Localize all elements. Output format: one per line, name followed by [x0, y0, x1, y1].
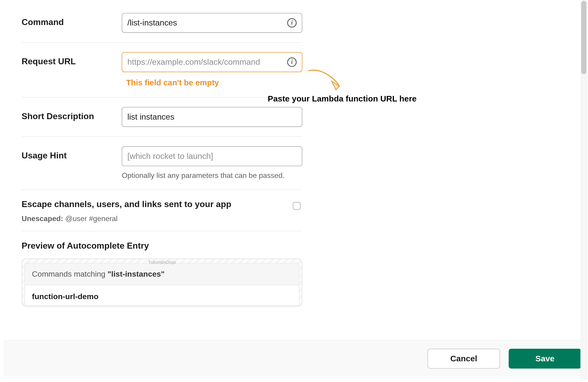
command-input[interactable] [127, 18, 284, 28]
escape-sub-label: Unescaped: [21, 214, 63, 223]
request-url-input-wrap[interactable]: i [122, 52, 302, 72]
short-desc-input[interactable] [127, 112, 297, 122]
preview-section: Preview of Autocomplete Entry TutorialsD… [21, 231, 302, 306]
footer-bar: Cancel Save [3, 340, 584, 376]
info-icon[interactable]: i [287, 18, 296, 28]
row-request-url: Request URL i This field can't be empty [21, 42, 302, 97]
label-short-desc: Short Description [21, 111, 122, 121]
row-usage-hint: Usage Hint Optionally list any parameter… [21, 136, 302, 189]
preview-item: function-url-demo [25, 285, 299, 305]
save-button[interactable]: Save [509, 348, 581, 368]
annotation-text: Paste your Lambda function URL here [268, 94, 417, 103]
row-escape: Escape channels, users, and links sent t… [21, 189, 302, 231]
scrollbar-track[interactable] [580, 0, 587, 380]
command-input-wrap[interactable]: i [122, 13, 302, 33]
request-url-input[interactable] [127, 57, 284, 67]
label-usage-hint: Usage Hint [21, 151, 122, 161]
row-short-desc: Short Description [21, 97, 302, 136]
annotation-arrow-icon [306, 68, 347, 93]
preview-header: Commands matching "list-instances" [25, 264, 299, 285]
info-icon[interactable]: i [287, 57, 296, 67]
usage-hint-input[interactable] [127, 152, 297, 161]
scrollbar-thumb[interactable] [581, 1, 586, 74]
request-url-error: This field can't be empty [126, 78, 302, 87]
cancel-button[interactable]: Cancel [427, 348, 500, 368]
label-command: Command [21, 17, 122, 27]
usage-hint-helper: Optionally list any parameters that can … [122, 171, 302, 180]
escape-title: Escape channels, users, and links sent t… [21, 200, 231, 209]
preview-watermark: TutorialsDojo [148, 260, 176, 265]
escape-checkbox[interactable] [293, 202, 301, 210]
preview-matching-prefix: Commands matching [32, 270, 107, 279]
preview-matching-query: "list-instances" [107, 270, 165, 279]
escape-sub-value: @user #general [65, 214, 118, 223]
escape-sub: Unescaped: @user #general [21, 214, 231, 223]
label-request-url: Request URL [21, 57, 122, 66]
short-desc-input-wrap[interactable] [122, 107, 302, 127]
usage-hint-input-wrap[interactable] [122, 146, 302, 166]
row-command: Command i [21, 0, 302, 42]
preview-box: TutorialsDojo Commands matching "list-in… [21, 259, 302, 306]
preview-title: Preview of Autocomplete Entry [21, 241, 302, 251]
